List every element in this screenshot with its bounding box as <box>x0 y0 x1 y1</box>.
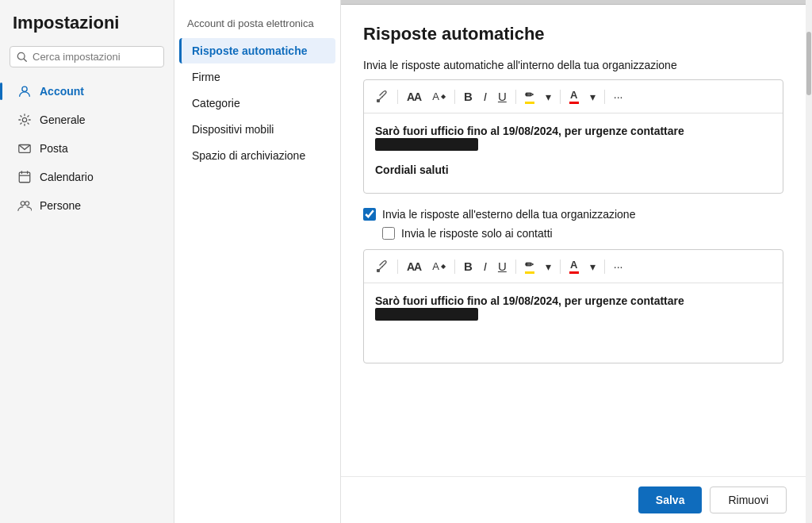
separator-10 <box>604 260 605 274</box>
svg-line-1 <box>24 59 26 61</box>
editor-content-2[interactable]: Sarò fuori ufficio fino al 19/08/2024, p… <box>364 283 783 363</box>
separator-6 <box>397 260 398 274</box>
svg-point-2 <box>22 87 27 91</box>
font-size-up-button-2[interactable]: A◆ <box>428 258 450 275</box>
contacts-only-checkbox[interactable] <box>382 227 395 240</box>
svg-point-10 <box>25 202 29 206</box>
highlight-button[interactable]: ✏ <box>521 87 538 106</box>
sidebar-item-persone-label: Persone <box>40 199 81 212</box>
font-color-dropdown-button-2[interactable]: ▾ <box>586 258 599 275</box>
contacts-only-label: Invia le risposte solo ai contatti <box>401 227 553 240</box>
middle-item-spazio-label: Spazio di archiviazione <box>192 149 305 162</box>
middle-item-dispositivi[interactable]: Dispositivi mobili <box>179 117 335 142</box>
font-size-label-2: AA <box>407 260 421 273</box>
highlight-chevron-icon: ▾ <box>546 90 551 103</box>
italic-label-2: I <box>484 260 487 273</box>
editor-redacted-1 <box>375 137 772 151</box>
search-input[interactable] <box>33 51 157 63</box>
middle-item-categorie-label: Categorie <box>192 97 240 110</box>
font-size-label: AA <box>407 90 421 103</box>
svg-rect-12 <box>377 269 380 272</box>
bold-button-2[interactable]: B <box>460 257 477 275</box>
remove-button[interactable]: Rimuovi <box>710 486 787 513</box>
sidebar-item-posta[interactable]: Posta <box>5 135 169 162</box>
highlight-dropdown-button-2[interactable]: ▾ <box>542 258 555 275</box>
underline-button-2[interactable]: U <box>494 257 511 275</box>
format-painter-button[interactable] <box>372 88 393 106</box>
settings-icon <box>17 113 32 127</box>
separator-3 <box>515 90 516 104</box>
middle-item-firme[interactable]: Firme <box>179 64 335 90</box>
font-size-button-2[interactable]: AA <box>403 258 425 275</box>
svg-rect-11 <box>377 99 380 102</box>
font-size-button[interactable]: AA <box>403 88 425 106</box>
editor-text-bold-2: Sarò fuori ufficio fino al 19/08/2024, p… <box>375 294 772 307</box>
highlight-dropdown-button[interactable]: ▾ <box>542 88 555 106</box>
editor-greeting-1: Cordiali saluti <box>375 163 772 176</box>
middle-parent-label: Account di posta elettronica <box>174 13 340 37</box>
font-size-up-button[interactable]: A◆ <box>428 88 450 105</box>
bold-label-2: B <box>464 260 473 273</box>
sidebar-item-account[interactable]: Account <box>5 78 169 105</box>
calendar-icon <box>17 170 32 184</box>
paint-brush-icon <box>376 90 389 103</box>
font-size-up-label: A <box>432 90 439 102</box>
scrollbar[interactable] <box>806 0 812 523</box>
bottom-actions: Salva Rimuovi <box>341 476 806 523</box>
editor-toolbar-2: AA A◆ B I U ✏ <box>364 250 783 283</box>
editor-content-1[interactable]: Sarò fuori ufficio fino al 19/08/2024, p… <box>364 113 783 193</box>
font-color-button[interactable]: A <box>565 87 583 106</box>
svg-point-3 <box>22 117 26 121</box>
font-color-icon: A <box>569 89 579 104</box>
more-options-button-2[interactable]: ··· <box>610 258 627 275</box>
format-painter-button-2[interactable] <box>372 258 393 275</box>
font-color-button-2[interactable]: A <box>565 256 583 276</box>
italic-button-2[interactable]: I <box>480 257 491 275</box>
middle-item-spazio[interactable]: Spazio di archiviazione <box>179 143 335 168</box>
bold-button[interactable]: B <box>460 87 477 106</box>
underline-button[interactable]: U <box>494 87 511 106</box>
highlight-icon: ✏ <box>525 89 534 104</box>
external-checkbox-row[interactable]: Invia le risposte all'esterno della tua … <box>363 208 783 221</box>
middle-item-firme-label: Firme <box>192 71 220 83</box>
more-options-icon-2: ··· <box>614 260 623 273</box>
separator-7 <box>454 260 455 274</box>
search-box[interactable] <box>10 46 164 67</box>
sidebar-item-calendario[interactable]: Calendario <box>5 163 169 190</box>
separator-9 <box>560 260 561 274</box>
editor-box-1: AA A◆ B I U ✏ <box>363 79 783 194</box>
sidebar-item-persone[interactable]: Persone <box>5 192 169 219</box>
font-color-dropdown-button[interactable]: ▾ <box>586 88 599 106</box>
save-button[interactable]: Salva <box>638 486 703 513</box>
separator-4 <box>560 90 561 104</box>
font-size-up-label-2: A <box>432 260 439 272</box>
sidebar-item-generale-label: Generale <box>40 113 86 126</box>
search-icon <box>17 52 28 63</box>
middle-item-categorie[interactable]: Categorie <box>179 90 335 116</box>
sidebar-item-posta-label: Posta <box>40 142 68 155</box>
italic-button[interactable]: I <box>480 87 491 106</box>
mail-icon <box>17 141 32 156</box>
paint-brush-icon-2 <box>376 260 389 273</box>
scrollbar-thumb <box>806 32 811 95</box>
contacts-only-row[interactable]: Invia le risposte solo ai contatti <box>382 227 783 240</box>
sidebar-item-account-label: Account <box>40 85 84 98</box>
sidebar-item-generale[interactable]: Generale <box>5 106 169 133</box>
svg-point-9 <box>21 202 25 206</box>
highlight-icon-2: ✏ <box>525 259 534 274</box>
underline-label-2: U <box>498 260 507 273</box>
main-content: Risposte automatiche Invia le risposte a… <box>341 5 806 523</box>
separator-1 <box>397 90 398 104</box>
more-options-button-1[interactable]: ··· <box>610 88 627 106</box>
bold-label: B <box>464 90 473 103</box>
highlight-button-2[interactable]: ✏ <box>521 256 538 276</box>
sidebar-item-calendario-label: Calendario <box>40 171 94 183</box>
middle-item-risposte[interactable]: Risposte automatiche <box>179 38 335 63</box>
external-checkbox-label: Invia le risposte all'esterno della tua … <box>382 208 635 221</box>
font-color-chevron-icon: ▾ <box>590 90 596 103</box>
more-options-icon-1: ··· <box>614 90 623 103</box>
external-checkbox[interactable] <box>363 208 376 221</box>
separator-5 <box>604 90 605 104</box>
font-color-chevron-icon-2: ▾ <box>590 260 596 273</box>
editor-text-bold-1: Sarò fuori ufficio fino al 19/08/2024, p… <box>375 125 772 137</box>
